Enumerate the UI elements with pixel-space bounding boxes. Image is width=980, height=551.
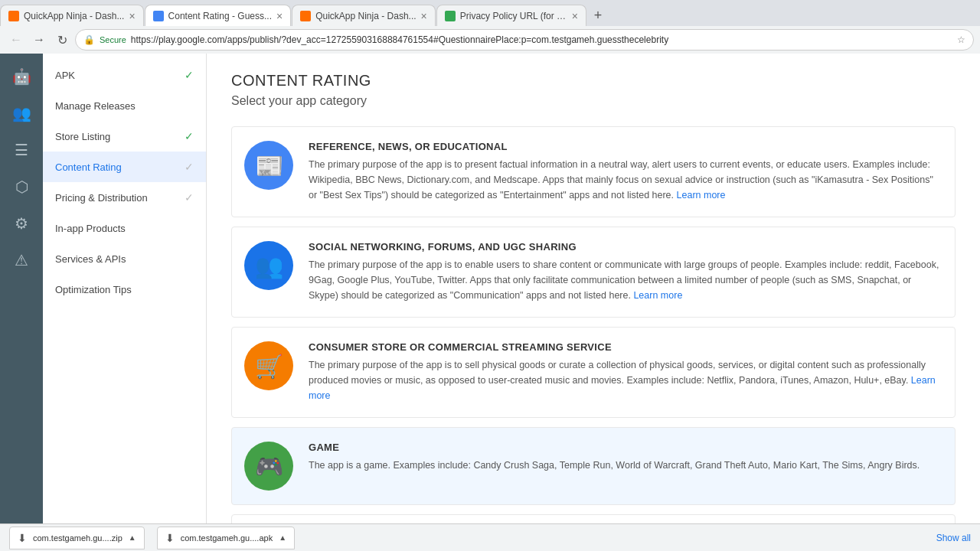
tab-favicon <box>153 11 164 21</box>
show-all-button[interactable]: Show all <box>936 533 971 543</box>
chevron-up-icon: ▲ <box>129 533 136 542</box>
category-icon-consumer: 🛒 <box>244 341 293 390</box>
tab-close-button[interactable]: × <box>276 10 283 22</box>
tab-title: Content Rating - Guess... <box>168 11 272 21</box>
download-icon: ⬇ <box>165 532 175 544</box>
sidebar-icons: 🤖👥☰⬡⚙⚠ <box>0 54 43 551</box>
tab-favicon <box>445 11 456 21</box>
url-text: https://play.google.com/apps/publish/?de… <box>131 34 952 45</box>
tab-title: QuickApp Ninja - Dash... <box>24 11 124 21</box>
left-nav: APK ✓ Manage Releases Store Listing ✓ Co… <box>43 54 207 551</box>
nav-item-label: Pricing & Distribution <box>55 192 148 204</box>
check-icon: ✓ <box>185 130 194 142</box>
android-icon[interactable]: 🤖 <box>6 61 37 92</box>
tab-bar: QuickApp Ninja - Dash... × Content Ratin… <box>0 0 980 26</box>
learn-more-link[interactable]: Learn more <box>309 375 936 401</box>
category-icon-game: 🎮 <box>244 442 293 491</box>
chevron-up-icon: ▲ <box>279 533 286 542</box>
tab-close-button[interactable]: × <box>421 10 427 22</box>
nav-item-pricing[interactable]: Pricing & Distribution ✓ <box>43 182 206 213</box>
lock-icon: 🔒 <box>83 34 95 45</box>
bookmark-icon[interactable]: ☆ <box>957 34 965 45</box>
category-desc: The primary purpose of the app is to ena… <box>309 257 942 303</box>
download-icon: ⬇ <box>18 532 27 544</box>
browser-tab-tab3[interactable]: QuickApp Ninja - Dash... × <box>292 5 436 26</box>
browser-tab-tab2[interactable]: Content Rating - Guess... × <box>145 5 292 26</box>
nav-bar: ← → ↻ 🔒 Secure https://play.google.com/a… <box>0 26 980 54</box>
tab-title: QuickApp Ninja - Dash... <box>315 11 416 21</box>
category-name: SOCIAL NETWORKING, FORUMS, AND UGC SHARI… <box>309 241 942 253</box>
nav-item-optimization[interactable]: Optimization Tips <box>43 274 206 305</box>
bottom-bar: ⬇ com.testgameh.gu....zip ▲ ⬇ com.testga… <box>0 523 980 551</box>
category-text-social: SOCIAL NETWORKING, FORUMS, AND UGC SHARI… <box>309 241 942 303</box>
download-filename: com.testgameh.gu....zip <box>33 533 122 543</box>
check-icon: ✓ <box>185 69 194 81</box>
nav-item-store-listing[interactable]: Store Listing ✓ <box>43 121 206 152</box>
category-name: GAME <box>309 442 942 453</box>
category-card-game[interactable]: 🎮 GAME The app is a game. Examples inclu… <box>231 427 956 505</box>
category-icon-social: 👥 <box>244 241 293 290</box>
nav-item-services-apis[interactable]: Services & APIs <box>43 243 206 274</box>
nav-item-manage-releases[interactable]: Manage Releases <box>43 90 206 121</box>
secure-text: Secure <box>100 35 126 44</box>
category-desc: The primary purpose of the app is to sel… <box>309 357 942 403</box>
forward-button[interactable]: → <box>29 30 49 50</box>
category-text-reference: REFERENCE, NEWS, OR EDUCATIONAL The prim… <box>309 141 942 203</box>
category-card-consumer[interactable]: 🛒 CONSUMER STORE OR COMMERCIAL STREAMING… <box>231 327 956 418</box>
page-title: CONTENT RATING <box>231 72 956 90</box>
people-icon[interactable]: 👥 <box>6 98 37 129</box>
page-subtitle: Select your app category <box>231 94 956 108</box>
tab-title: Privacy Policy URL (for G... <box>460 11 567 21</box>
category-desc: The app is a game. Examples include: Can… <box>309 458 942 473</box>
nav-item-label: Content Rating <box>55 161 122 173</box>
tab-close-button[interactable]: × <box>129 10 135 22</box>
category-list: 📰 REFERENCE, NEWS, OR EDUCATIONAL The pr… <box>231 126 956 551</box>
tab-close-button[interactable]: × <box>572 10 578 22</box>
nav-item-label: Manage Releases <box>55 100 136 112</box>
category-text-game: GAME The app is a game. Examples include… <box>309 442 942 473</box>
category-name: REFERENCE, NEWS, OR EDUCATIONAL <box>309 141 942 152</box>
address-bar[interactable]: 🔒 Secure https://play.google.com/apps/pu… <box>75 29 974 51</box>
download-item-dl2[interactable]: ⬇ com.testgameh.gu....apk ▲ <box>157 527 295 549</box>
app-container: 🤖👥☰⬡⚙⚠ APK ✓ Manage Releases Store Listi… <box>0 54 980 551</box>
browser-chrome: QuickApp Ninja - Dash... × Content Ratin… <box>0 0 980 54</box>
category-card-social[interactable]: 👥 SOCIAL NETWORKING, FORUMS, AND UGC SHA… <box>231 227 956 318</box>
browser-tab-tab1[interactable]: QuickApp Ninja - Dash... × <box>0 5 144 26</box>
nav-item-content-rating[interactable]: Content Rating ✓ <box>43 152 206 182</box>
download-filename: com.testgameh.gu....apk <box>181 533 273 543</box>
learn-more-link[interactable]: Learn more <box>677 190 726 201</box>
nav-item-in-app-products[interactable]: In-app Products <box>43 213 206 243</box>
category-icon-reference: 📰 <box>244 141 293 190</box>
tab-favicon <box>300 11 311 21</box>
main-content: CONTENT RATING Select your app category … <box>207 54 980 551</box>
category-text-consumer: CONSUMER STORE OR COMMERCIAL STREAMING S… <box>309 341 942 403</box>
reload-button[interactable]: ↻ <box>52 30 72 50</box>
nav-item-label: Optimization Tips <box>55 284 132 295</box>
tab-favicon <box>8 11 19 21</box>
layers-icon[interactable]: ⬡ <box>6 171 37 202</box>
nav-item-label: Store Listing <box>55 131 110 142</box>
nav-item-label: APK <box>55 70 75 81</box>
settings-icon[interactable]: ⚙ <box>6 208 37 239</box>
learn-more-link[interactable]: Learn more <box>633 290 682 301</box>
browser-tab-tab4[interactable]: Privacy Policy URL (for G... × <box>436 5 586 26</box>
category-card-reference[interactable]: 📰 REFERENCE, NEWS, OR EDUCATIONAL The pr… <box>231 126 956 217</box>
pending-icon: ✓ <box>185 161 194 173</box>
nav-item-apk[interactable]: APK ✓ <box>43 60 206 90</box>
list-icon[interactable]: ☰ <box>6 135 37 165</box>
category-name: CONSUMER STORE OR COMMERCIAL STREAMING S… <box>309 341 942 353</box>
category-desc: The primary purpose of the app is to pre… <box>309 157 942 203</box>
warning-icon[interactable]: ⚠ <box>6 245 37 276</box>
nav-item-label: In-app Products <box>55 223 126 234</box>
new-tab-button[interactable]: + <box>587 5 609 26</box>
back-button[interactable]: ← <box>6 30 26 50</box>
download-item-dl1[interactable]: ⬇ com.testgameh.gu....zip ▲ <box>9 527 145 549</box>
nav-item-label: Services & APIs <box>55 253 126 265</box>
pending-icon: ✓ <box>185 191 194 204</box>
